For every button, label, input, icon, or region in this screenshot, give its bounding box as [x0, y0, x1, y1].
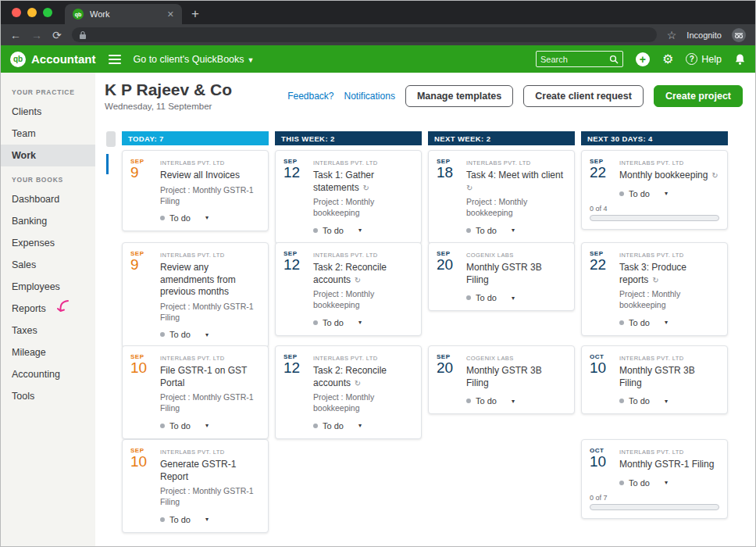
due-day: 12 — [284, 257, 307, 274]
project-name: Project : Monthly bookkeeping — [466, 196, 566, 218]
status-dropdown[interactable]: To do▾ — [160, 330, 260, 339]
sidebar-item-dashboard[interactable]: Dashboard — [1, 188, 95, 210]
task-title: Task 3: Produce reports ↻ — [619, 262, 719, 286]
address-bar[interactable] — [72, 27, 657, 42]
browser-tab-strip: qb Work ✕ + — [1, 1, 755, 24]
recurring-icon: ↻ — [352, 276, 361, 284]
incognito-avatar-icon[interactable] — [732, 28, 746, 42]
due-date: SEP20 — [437, 353, 460, 406]
sidebar-item-employees[interactable]: Employees — [1, 276, 95, 298]
task-card[interactable]: SEP9INTERLABS PVT. LTDReview any amendme… — [122, 242, 269, 348]
task-card[interactable]: SEP20COGENIX LABSMonthly GSTR 3B FilingT… — [428, 345, 575, 414]
back-icon[interactable]: ← — [10, 30, 21, 41]
assignee-icon — [313, 320, 318, 325]
due-date: SEP22 — [590, 250, 613, 327]
due-date: OCT10 — [590, 353, 613, 406]
sidebar-item-banking[interactable]: Banking — [1, 210, 95, 232]
recurring-icon: ↻ — [466, 184, 472, 192]
client-switcher-menu[interactable]: Go to client's QuickBooks▼ — [134, 54, 255, 65]
status-dropdown[interactable]: To do▾ — [619, 396, 719, 406]
task-card[interactable]: SEP12INTERLABS PVT. LTDTask 2: Reconcile… — [275, 242, 422, 336]
global-search — [536, 51, 623, 67]
status-dropdown[interactable]: To do▾ — [466, 396, 566, 406]
progress-count: 0 of 7 — [590, 494, 719, 502]
assignee-icon — [466, 399, 471, 403]
notifications-link[interactable]: Notifications — [344, 91, 395, 102]
browser-tab[interactable]: qb Work ✕ — [65, 4, 182, 24]
bookmark-star-icon[interactable]: ☆ — [667, 30, 677, 41]
sidebar-item-taxes[interactable]: Taxes — [1, 320, 95, 341]
board-column-1: TODAY: 7SEP9INTERLABS PVT. LTDReview all… — [122, 131, 269, 533]
status-dropdown[interactable]: To do▾ — [313, 318, 413, 327]
status-label: To do — [629, 396, 650, 406]
assignee-icon — [160, 332, 165, 337]
assignee-icon — [313, 228, 318, 233]
status-dropdown[interactable]: To do▾ — [313, 421, 413, 431]
quickbooks-favicon: qb — [73, 9, 84, 20]
create-new-icon[interactable]: + — [636, 52, 650, 66]
notifications-bell-icon[interactable] — [734, 53, 746, 66]
column-header: NEXT WEEK: 2 — [428, 131, 575, 145]
status-dropdown[interactable]: To do▾ — [466, 226, 566, 235]
task-card[interactable]: SEP12INTERLABS PVT. LTDTask 2: Reconcile… — [275, 345, 422, 439]
create-project-button[interactable]: Create project — [654, 85, 743, 107]
sidebar-item-sales[interactable]: Sales — [1, 254, 95, 276]
due-day: 10 — [590, 360, 613, 377]
due-day: 22 — [590, 257, 613, 274]
task-card[interactable]: SEP18INTERLABS PVT. LTDTask 4: Meet with… — [428, 150, 575, 244]
chevron-down-icon: ▼ — [248, 56, 255, 64]
status-dropdown[interactable]: To do▾ — [619, 318, 719, 327]
hamburger-menu-icon[interactable] — [109, 55, 121, 64]
client-name: INTERLABS PVT. LTD — [313, 159, 413, 166]
status-dropdown[interactable]: To do▾ — [160, 213, 260, 223]
task-card[interactable]: SEP10INTERLABS PVT. LTDFile GSTR-1 on GS… — [122, 345, 269, 439]
status-dropdown[interactable]: To do▾ — [619, 189, 719, 198]
feedback-link[interactable]: Feedback? — [287, 91, 333, 102]
sidebar-item-reports[interactable]: Reports — [1, 298, 95, 320]
page-header: K P Rajeev & Co Wednesday, 11 September … — [95, 73, 755, 111]
sidebar-item-tools[interactable]: Tools — [1, 385, 95, 407]
task-card[interactable]: SEP9INTERLABS PVT. LTDReview all Invoice… — [122, 150, 269, 231]
scrollbar-thumb[interactable] — [106, 131, 116, 147]
sidebar-item-mileage[interactable]: Mileage — [1, 341, 95, 363]
sidebar-item-clients[interactable]: Clients — [1, 101, 95, 123]
quickbooks-logo[interactable]: qb Accountant — [10, 52, 96, 67]
new-tab-button[interactable]: + — [191, 7, 199, 20]
task-title: Review all Invoices — [160, 170, 260, 182]
task-card[interactable]: OCT10INTERLABS PVT. LTDMonthly GSTR 3B F… — [581, 345, 728, 414]
manage-templates-button[interactable]: Manage templates — [405, 85, 513, 107]
help-menu[interactable]: ? Help — [686, 53, 722, 65]
task-card[interactable]: SEP10INTERLABS PVT. LTDGenerate GSTR-1 R… — [122, 439, 269, 533]
sidebar-item-work[interactable]: Work — [1, 145, 95, 166]
create-client-request-button[interactable]: Create client request — [523, 85, 644, 107]
search-input[interactable] — [540, 55, 609, 64]
task-card[interactable]: SEP20COGENIX LABSMonthly GSTR 3B FilingT… — [428, 242, 575, 311]
sidebar-item-accounting[interactable]: Accounting — [1, 363, 95, 385]
minimize-window-button[interactable] — [27, 8, 37, 17]
status-dropdown[interactable]: To do▾ — [160, 515, 260, 524]
gear-icon[interactable]: ⚙ — [662, 52, 673, 66]
task-card[interactable]: SEP22INTERLABS PVT. LTDTask 3: Produce r… — [581, 242, 728, 336]
due-date: SEP18 — [437, 158, 460, 235]
task-card[interactable]: OCT10INTERLABS PVT. LTDMonthly GSTR-1 Fi… — [581, 439, 728, 519]
sidebar-item-expenses[interactable]: Expenses — [1, 232, 95, 254]
status-dropdown[interactable]: To do▾ — [160, 421, 260, 431]
assignee-icon — [466, 295, 471, 300]
due-day: 12 — [284, 360, 307, 377]
help-icon: ? — [686, 53, 697, 65]
tab-close-icon[interactable]: ✕ — [167, 9, 174, 20]
task-progress: 0 of 7 — [590, 494, 719, 510]
maximize-window-button[interactable] — [43, 8, 52, 17]
close-window-button[interactable] — [12, 8, 21, 17]
status-dropdown[interactable]: To do▾ — [466, 293, 566, 302]
sidebar-item-team[interactable]: Team — [1, 123, 95, 145]
reload-icon[interactable]: ⟳ — [52, 30, 62, 41]
client-name: INTERLABS PVT. LTD — [466, 159, 566, 166]
task-card[interactable]: SEP12INTERLABS PVT. LTDTask 1: Gather st… — [275, 150, 422, 244]
due-day: 9 — [130, 257, 154, 274]
task-card[interactable]: SEP22INTERLABS PVT. LTDMonthly bookkeepi… — [581, 150, 728, 230]
status-dropdown[interactable]: To do▾ — [619, 478, 719, 488]
search-icon[interactable] — [609, 55, 619, 64]
recurring-icon: ↻ — [650, 276, 658, 284]
status-dropdown[interactable]: To do▾ — [313, 226, 413, 235]
